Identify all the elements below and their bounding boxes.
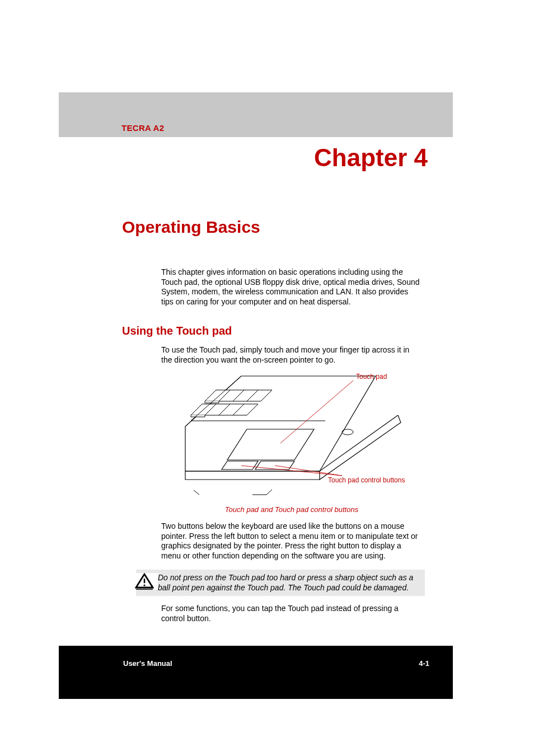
footer-right: 4-1 (419, 659, 429, 668)
touchpad-diagram-svg: Touch pad Touch pad control buttons (174, 370, 409, 502)
subsection-title: Using the Touch pad (122, 325, 534, 337)
section-intro: This chapter gives information on basic … (161, 267, 422, 307)
touchpad-para3: For some functions, you can tap the Touc… (161, 604, 422, 623)
header-band: TECRA A2 (59, 92, 453, 137)
caution-block: Do not press on the Touch pad too hard o… (136, 570, 425, 596)
caution-text: Do not press on the Touch pad too hard o… (158, 573, 420, 593)
section-title: Operating Basics (122, 218, 534, 237)
svg-point-5 (143, 584, 145, 586)
chapter-title: Chapter 4 (0, 144, 428, 172)
figure-caption: Touch pad and Touch pad control buttons (161, 505, 422, 514)
touchpad-para2: Two buttons below the keyboard are used … (161, 522, 422, 561)
product-label: TECRA A2 (121, 123, 164, 133)
figure-label-touchpad: Touch pad (356, 373, 387, 381)
touchpad-figure: Touch pad Touch pad control buttons Touc… (161, 370, 422, 514)
caution-icon (133, 573, 158, 590)
touchpad-para1: To use the Touch pad, simply touch and m… (161, 345, 422, 365)
figure-label-buttons: Touch pad control buttons (328, 476, 405, 484)
footer-band: User's Manual 4-1 (59, 646, 453, 699)
footer-left: User's Manual (123, 659, 172, 668)
svg-point-0 (342, 429, 353, 435)
